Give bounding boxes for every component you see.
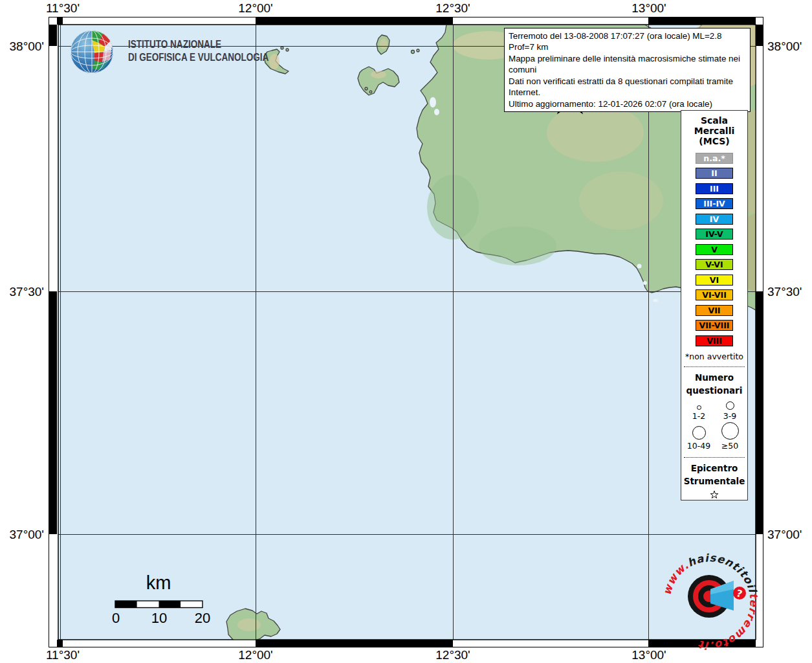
axis-bottom-12-30: 12°30' (435, 648, 470, 662)
axis-top-11-30: 11°30' (46, 1, 80, 16)
swatch-viii: VIII (696, 335, 733, 346)
axis-bottom-11-30: 11°30' (46, 648, 80, 662)
epicenter-title-line1: Epicentro (691, 462, 738, 475)
scalebar-title: km (126, 572, 191, 594)
size-label-3-9: 3-9 (723, 411, 736, 421)
swatch-vi-vii: VI-VII (696, 289, 733, 300)
legend-separator-1 (684, 366, 745, 367)
swatch-na: n.a.* (696, 153, 733, 164)
size-circle-3-9-icon (726, 401, 734, 410)
info-line-data-note: Dati non verificati estratti da 8 questi… (509, 76, 746, 98)
scalebar-label-10: 10 (151, 610, 167, 627)
info-line-event: Terremoto del 13-08-2008 17:07:27 (ora l… (509, 30, 746, 53)
axis-top-13-00: 13°00' (631, 1, 666, 16)
info-line-map-type: Mappa preliminare delle intensità macros… (509, 53, 746, 76)
epicenter-star-icon (706, 490, 723, 500)
ingv-logo-line1: ISTITUTO NAZIONALE (128, 38, 221, 51)
axis-top-12-30: 12°30' (435, 1, 470, 16)
legend-title-line1: Scala (701, 115, 728, 126)
swatch-v-vi: V-VI (696, 259, 733, 270)
legend-panel: Scala Mercalli (MCS) n.a.* II III III-IV… (681, 110, 748, 500)
swatch-v: V (696, 244, 733, 255)
axis-bottom-12-00: 12°00' (238, 648, 273, 662)
swatch-ii: II (696, 168, 733, 179)
swatch-vii: VII (696, 305, 733, 316)
swatch-vii-viii: VII-VIII (696, 320, 733, 331)
size-circle-50plus-icon (721, 422, 739, 440)
size-label-1-2: 1-2 (692, 411, 705, 421)
legend-title-line3: (MCS) (699, 136, 729, 146)
axis-left-38-00: 38°00' (3, 39, 44, 54)
swatch-vi: VI (696, 275, 733, 286)
macroseismic-map-page: ISTITUTO NAZIONALE DI GEOFISICA E VULCAN… (0, 0, 812, 663)
questionnaires-title-line2: questionari (686, 385, 743, 398)
scale-bar (115, 601, 203, 608)
swatch-iii-iv: III-IV (696, 198, 733, 209)
scalebar-label-20: 20 (195, 610, 210, 627)
questionnaire-size-key: 1-2 3-9 10-49 ≥50 (683, 399, 745, 452)
info-line-updated-at: Ultimo aggiornamento: 12-01-2026 02:07 (… (509, 98, 746, 109)
legend-title-line2: Mercalli (694, 126, 734, 136)
axis-left-37-30: 37°30' (3, 285, 44, 299)
size-circle-1-2-icon (697, 405, 701, 410)
epicenter-title-line2: Strumentale (684, 475, 745, 488)
axis-left-37-00: 37°00' (3, 528, 44, 542)
scalebar-label-0: 0 (112, 610, 120, 627)
earthquake-info-box: Terremoto del 13-08-2008 17:07:27 (ora l… (504, 28, 751, 112)
axis-right-38-00: 38°00' (767, 39, 802, 54)
swatch-iv-v: IV-V (696, 229, 733, 240)
size-circle-10-49-icon (692, 426, 706, 440)
axis-right-37-00: 37°00' (767, 528, 802, 542)
legend-footnote: *non avvertito (685, 352, 743, 361)
legend-separator-2 (684, 457, 745, 458)
axis-top-12-00: 12°00' (238, 1, 273, 16)
mercalli-scale-swatches: n.a.* II III III-IV IV IV-V V V-VI VI VI… (696, 153, 733, 351)
size-label-50plus: ≥50 (721, 441, 738, 451)
axis-bottom-13-00: 13°00' (631, 648, 666, 662)
ingv-logo-line2: DI GEOFISICA E VULCANOLOGIA (128, 51, 269, 63)
questionnaires-title-line1: Numero (695, 372, 734, 385)
axis-right-37-30: 37°30' (767, 285, 802, 299)
size-label-10-49: 10-49 (687, 441, 710, 451)
swatch-iii: III (696, 183, 733, 194)
swatch-iv: IV (696, 214, 733, 225)
